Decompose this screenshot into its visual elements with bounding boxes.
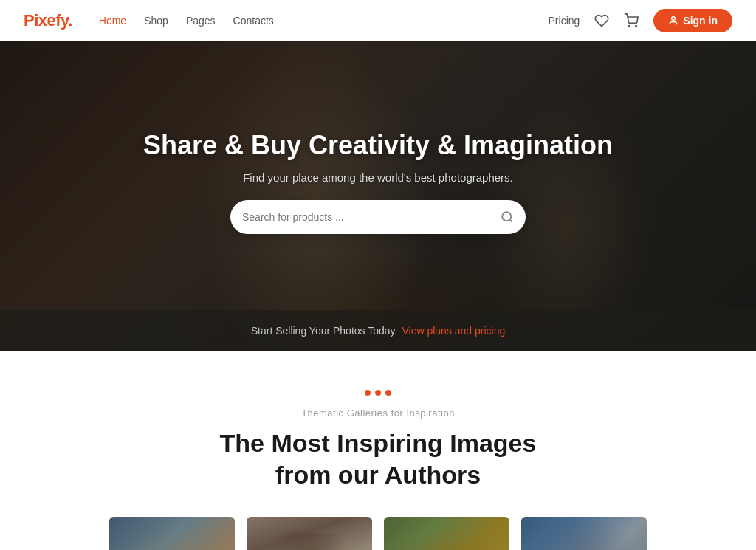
search-icon (501, 210, 514, 224)
pricing-link[interactable]: Pricing (549, 15, 580, 27)
svg-point-1 (636, 26, 637, 27)
gallery-card-fashion[interactable]: Fashion (247, 517, 372, 550)
gallery-card-nature[interactable]: Nature (384, 517, 509, 550)
hero-title: Share & Buy Creativity & Imagination (143, 130, 613, 161)
gallery-grid: Family Fashion Nature Travel (59, 517, 697, 550)
galleries-section: Thematic Galleries for Inspiration The M… (0, 351, 756, 550)
signin-button[interactable]: Sign in (653, 9, 732, 32)
gallery-card-travel[interactable]: Travel (521, 517, 647, 550)
navbar-right: Pricing Sign in (549, 9, 732, 32)
card-overlay-fashion (247, 517, 372, 550)
svg-point-0 (629, 26, 630, 27)
user-icon (668, 16, 678, 26)
decorative-dots (59, 390, 697, 396)
hero-subtitle: Find your place among the world's best p… (243, 171, 513, 184)
wishlist-icon[interactable] (594, 13, 609, 28)
nav-item-home[interactable]: Home (99, 12, 126, 30)
section-title: The Most Inspiring Imagesfrom our Author… (59, 427, 697, 490)
search-input[interactable] (242, 211, 501, 223)
section-label: Thematic Galleries for Inspiration (59, 408, 697, 419)
hero-cta-text: Start Selling Your Photos Today. (251, 325, 398, 337)
svg-line-4 (509, 219, 512, 221)
search-button[interactable] (501, 210, 514, 224)
nav-item-contacts[interactable]: Contacts (233, 12, 274, 30)
hero-bottom-bar: Start Selling Your Photos Today. View pl… (0, 310, 756, 351)
cart-icon[interactable] (624, 13, 639, 28)
brand-dot: . (68, 11, 72, 30)
hero-content: Share & Buy Creativity & Imagination Fin… (143, 130, 613, 264)
navbar: Pixefy. Home Shop Pages Contacts Pricing… (0, 0, 756, 41)
dot-1 (365, 390, 371, 396)
hero-cta-link[interactable]: View plans and pricing (402, 325, 505, 337)
dot-3 (385, 390, 391, 396)
search-bar (230, 200, 526, 234)
svg-point-3 (502, 212, 511, 221)
card-overlay-nature (384, 517, 509, 550)
dot-2 (375, 390, 381, 396)
nav-links: Home Shop Pages Contacts (99, 12, 549, 30)
nav-item-shop[interactable]: Shop (144, 12, 168, 30)
signin-label: Sign in (683, 15, 718, 27)
hero-section: Share & Buy Creativity & Imagination Fin… (0, 41, 756, 351)
nav-item-pages[interactable]: Pages (186, 12, 216, 30)
brand-name: Pixefy (24, 11, 68, 30)
svg-point-2 (672, 17, 676, 21)
card-overlay-travel (521, 517, 647, 550)
gallery-card-family[interactable]: Family (109, 517, 235, 550)
card-overlay-family (109, 517, 235, 550)
brand-logo[interactable]: Pixefy. (24, 11, 72, 30)
